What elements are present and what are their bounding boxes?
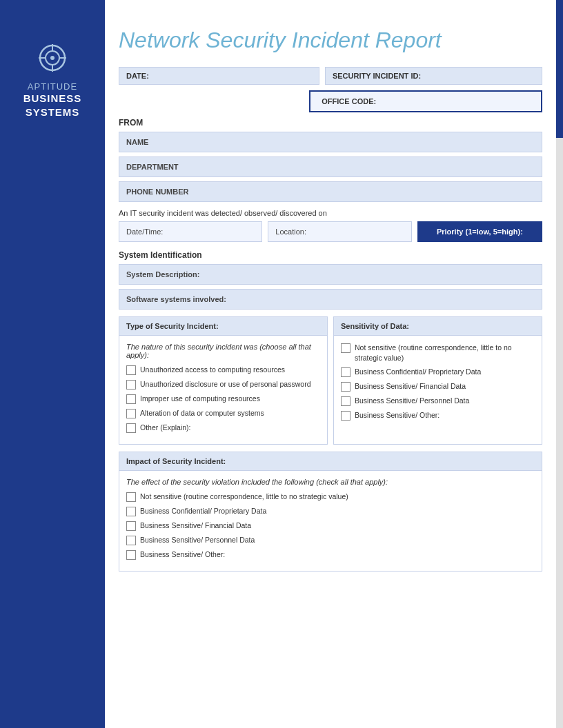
- impact-item-2: Business Confidential/ Proprietary Data: [126, 506, 535, 516]
- incident-detected-text: An IT security incident was detected/ ob…: [119, 209, 542, 217]
- security-id-label: SECURITY INCIDENT ID:: [325, 67, 542, 85]
- impact-item-4: Business Sensitive/ Personnel Data: [126, 535, 535, 545]
- impact-label-personnel: Business Sensitive/ Personnel Data: [140, 535, 255, 545]
- impact-item-3: Business Sensitive/ Financial Data: [126, 520, 535, 531]
- date-label: DATE:: [119, 67, 319, 85]
- from-label: FROM: [119, 118, 542, 128]
- priority-field[interactable]: Priority (1=low, 5=high):: [417, 221, 542, 242]
- scrollbar-thumb[interactable]: [556, 0, 563, 138]
- software-systems-field[interactable]: Software systems involved:: [119, 289, 542, 310]
- checkbox-financial[interactable]: [341, 382, 350, 392]
- svg-point-6: [50, 56, 55, 60]
- department-field[interactable]: DEPARTMENT: [119, 156, 542, 177]
- checkbox-label-improper-use: Improper use of computing resources: [140, 394, 260, 404]
- checkbox-item-4: Alteration of data or computer systems: [126, 408, 320, 418]
- checkbox-unauthorized-access[interactable]: [126, 365, 136, 375]
- impact-checkbox-personnel[interactable]: [126, 536, 136, 545]
- checkbox-label-alteration: Alteration of data or computer systems: [140, 408, 264, 418]
- checkbox-sensitive-other[interactable]: [341, 411, 350, 421]
- checkbox-label-unauthorized-disclosure: Unauthorized disclosure or use of person…: [140, 379, 310, 390]
- two-col-section: Type of Security Incident: The nature of…: [119, 316, 542, 445]
- sidebar-title-bottom: BUSINESSSYSTEMS: [23, 92, 82, 119]
- checkbox-improper-use[interactable]: [126, 394, 136, 404]
- type-of-incident-section: Type of Security Incident: The nature of…: [119, 316, 328, 445]
- main-content: Network Security Incident Report DATE: S…: [105, 0, 556, 585]
- system-description-field[interactable]: System Description:: [119, 264, 542, 285]
- type-of-incident-body: The nature of this security incident was…: [119, 336, 327, 444]
- sidebar-title-top: APTITUDE: [28, 81, 77, 92]
- sensitivity-header: Sensitivity of Data:: [334, 317, 542, 336]
- checkbox-not-sensitive[interactable]: [341, 343, 350, 353]
- impact-label-other: Business Sensitive/ Other:: [140, 549, 225, 560]
- sidebar: APTITUDE BUSINESSSYSTEMS: [0, 0, 105, 728]
- office-code-label: OFFICE CODE:: [309, 90, 542, 112]
- impact-item-1: Not sensitive (routine correspondence, l…: [126, 492, 535, 502]
- impact-item-5: Business Sensitive/ Other:: [126, 549, 535, 560]
- scrollbar[interactable]: [556, 0, 563, 728]
- impact-label-not-sensitive: Not sensitive (routine correspondence, l…: [140, 492, 348, 502]
- checkbox-item-1: Unauthorized access to computing resourc…: [126, 365, 320, 375]
- date-location-priority-row: Date/Time: Location: Priority (1=low, 5=…: [119, 221, 542, 242]
- checkbox-item-5: Other (Explain):: [126, 423, 320, 433]
- impact-title: The effect of the security violation inc…: [126, 478, 535, 486]
- impact-checkbox-confidential[interactable]: [126, 507, 136, 516]
- checkbox-label-sensitive-other: Business Sensitive/ Other:: [355, 410, 439, 421]
- date-time-field[interactable]: Date/Time:: [119, 221, 262, 242]
- checkbox-other[interactable]: [126, 423, 136, 433]
- phone-field[interactable]: PHONE NUMBER: [119, 181, 542, 202]
- report-title: Network Security Incident Report: [119, 28, 542, 53]
- impact-checkbox-other[interactable]: [126, 550, 136, 560]
- date-id-row: DATE: SECURITY INCIDENT ID:: [119, 67, 542, 85]
- office-code-row: OFFICE CODE:: [119, 90, 542, 112]
- sensitivity-item-3: Business Sensitive/ Financial Data: [341, 381, 535, 392]
- sensitivity-item-1: Not sensitive (routine correspondence, l…: [341, 343, 535, 363]
- location-field[interactable]: Location:: [268, 221, 411, 242]
- checkbox-label-unauthorized-access: Unauthorized access to computing resourc…: [140, 365, 285, 375]
- checkbox-item-3: Improper use of computing resources: [126, 394, 320, 404]
- target-icon: [36, 41, 69, 74]
- checkbox-item-2: Unauthorized disclosure or use of person…: [126, 379, 320, 390]
- type-of-incident-header: Type of Security Incident:: [119, 317, 327, 336]
- impact-label-confidential: Business Confidential/ Proprietary Data: [140, 506, 266, 516]
- sensitivity-section: Sensitivity of Data: Not sensitive (rout…: [333, 316, 542, 445]
- checkbox-label-confidential: Business Confidential/ Proprietary Data: [355, 367, 481, 377]
- sensitivity-item-2: Business Confidential/ Proprietary Data: [341, 367, 535, 377]
- checkbox-personnel[interactable]: [341, 396, 350, 406]
- impact-label-financial: Business Sensitive/ Financial Data: [140, 520, 251, 531]
- checkbox-confidential[interactable]: [341, 367, 350, 377]
- checkbox-alteration[interactable]: [126, 409, 136, 418]
- sensitivity-item-5: Business Sensitive/ Other:: [341, 410, 535, 421]
- system-identification-header: System Identification: [119, 250, 542, 260]
- impact-body: The effect of the security violation inc…: [119, 471, 542, 571]
- nature-text: The nature of this security incident was…: [126, 343, 320, 359]
- checkbox-label-personnel: Business Sensitive/ Personnel Data: [355, 396, 469, 406]
- impact-checkbox-not-sensitive[interactable]: [126, 492, 136, 502]
- sensitivity-item-4: Business Sensitive/ Personnel Data: [341, 396, 535, 406]
- checkbox-label-other: Other (Explain):: [140, 423, 191, 433]
- sensitivity-body: Not sensitive (routine correspondence, l…: [334, 336, 542, 432]
- impact-header: Impact of Security Incident:: [119, 452, 542, 471]
- impact-section: Impact of Security Incident: The effect …: [119, 452, 542, 572]
- name-field[interactable]: NAME: [119, 132, 542, 152]
- checkbox-label-financial: Business Sensitive/ Financial Data: [355, 381, 466, 392]
- checkbox-label-not-sensitive: Not sensitive (routine correspondence, l…: [355, 343, 535, 363]
- impact-checkbox-financial[interactable]: [126, 521, 136, 531]
- checkbox-unauthorized-disclosure[interactable]: [126, 380, 136, 390]
